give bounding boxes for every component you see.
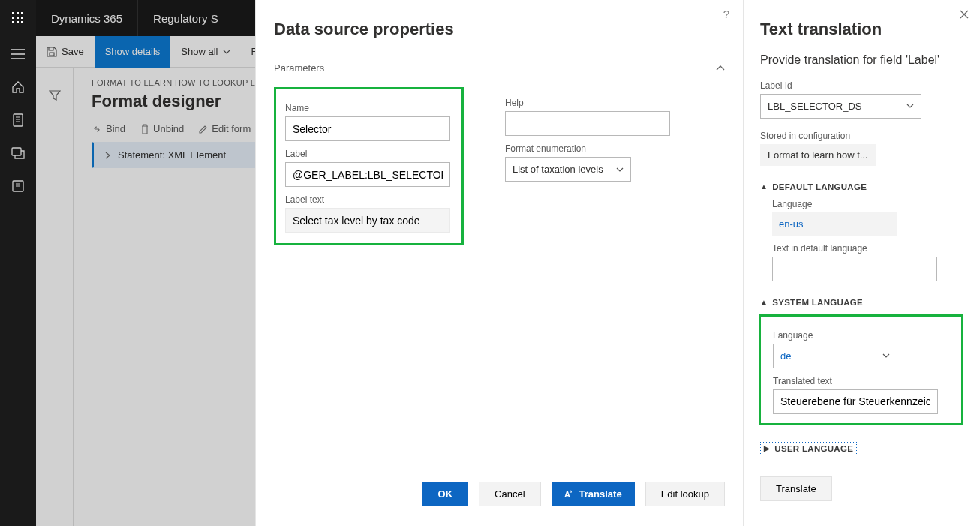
svg-rect-1 bbox=[17, 12, 19, 14]
svg-rect-3 bbox=[12, 17, 14, 19]
nav-hamburger-button[interactable] bbox=[0, 39, 36, 69]
stored-configuration[interactable]: Format to learn how t... bbox=[760, 144, 876, 166]
dialog-button-row: OK Cancel Aᵃ Translate Edit lookup bbox=[274, 482, 725, 506]
svg-rect-8 bbox=[21, 21, 23, 23]
svg-text:ᵃ: ᵃ bbox=[570, 489, 572, 496]
format-enum-label: Format enumeration bbox=[505, 143, 672, 154]
caret-down-icon: ▲ bbox=[760, 182, 768, 191]
chevron-up-icon bbox=[716, 65, 725, 71]
translation-title: Text translation bbox=[760, 20, 963, 39]
show-details-button[interactable]: Show details bbox=[95, 36, 171, 68]
caret-down-icon: ▲ bbox=[760, 298, 768, 306]
ok-button[interactable]: OK bbox=[422, 482, 469, 506]
edit-label: Edit form bbox=[212, 123, 251, 134]
svg-rect-0 bbox=[12, 12, 14, 14]
parameters-section-header[interactable]: Parameters bbox=[274, 56, 725, 74]
labelid-select[interactable]: LBL_SELECTOR_DS bbox=[760, 94, 921, 119]
link-icon bbox=[92, 125, 102, 134]
unbind-button[interactable]: Unbind bbox=[140, 123, 184, 134]
label-input[interactable] bbox=[285, 162, 450, 187]
save-button[interactable]: Save bbox=[36, 36, 95, 68]
filter-column bbox=[36, 68, 74, 526]
system-lang-value: de bbox=[780, 350, 791, 362]
labeltext-readonly bbox=[285, 208, 450, 233]
labelid-value: LBL_SELECTOR_DS bbox=[768, 101, 862, 112]
svg-rect-4 bbox=[17, 17, 19, 19]
user-language-header[interactable]: ▶ USER LANGUAGE bbox=[760, 442, 857, 455]
default-language-header[interactable]: ▲ DEFAULT LANGUAGE bbox=[760, 182, 963, 191]
nav-recent-button[interactable] bbox=[0, 105, 36, 135]
data-source-properties-dialog: ? Data source properties Parameters Name… bbox=[255, 0, 743, 526]
svg-rect-16 bbox=[12, 148, 21, 155]
svg-rect-2 bbox=[21, 12, 23, 14]
svg-rect-12 bbox=[14, 114, 23, 126]
help-input[interactable] bbox=[505, 111, 670, 136]
show-all-label: Show all bbox=[181, 46, 218, 57]
close-icon bbox=[959, 9, 969, 20]
nav-home-button[interactable] bbox=[0, 72, 36, 102]
chevron-down-icon bbox=[616, 167, 624, 172]
translate-label: Translate bbox=[579, 488, 622, 500]
help-button[interactable]: ? bbox=[723, 8, 729, 20]
bind-label: Bind bbox=[106, 123, 125, 134]
left-nav-rail bbox=[0, 36, 36, 526]
system-language-header-text: SYSTEM LANGUAGE bbox=[772, 298, 863, 307]
save-icon bbox=[47, 47, 57, 57]
svg-rect-6 bbox=[12, 21, 14, 23]
expand-caret-icon[interactable] bbox=[104, 152, 110, 159]
caret-right-icon: ▶ bbox=[764, 444, 770, 452]
text-translation-panel: Text translation Provide translation for… bbox=[743, 0, 980, 526]
nav-workspaces-button[interactable] bbox=[0, 138, 36, 168]
filter-icon bbox=[49, 90, 61, 101]
parameters-section-title: Parameters bbox=[274, 62, 324, 74]
hamburger-icon bbox=[11, 49, 25, 59]
translate-icon: Aᵃ bbox=[564, 489, 575, 500]
bind-button[interactable]: Bind bbox=[92, 123, 125, 134]
edit-formula-button[interactable]: Edit form bbox=[199, 123, 251, 134]
format-enum-select[interactable]: List of taxation levels bbox=[505, 157, 631, 182]
show-details-label: Show details bbox=[105, 46, 161, 57]
chevron-down-icon bbox=[882, 353, 890, 358]
show-all-button[interactable]: Show all bbox=[170, 36, 240, 68]
default-text-input[interactable] bbox=[772, 257, 937, 281]
default-language-header-text: DEFAULT LANGUAGE bbox=[772, 182, 867, 191]
chevron-down-icon bbox=[223, 50, 230, 54]
help-field-label: Help bbox=[505, 98, 672, 108]
translate-button[interactable]: Aᵃ Translate bbox=[552, 482, 635, 506]
highlight-box-left: Name Label Label text bbox=[274, 87, 464, 245]
tree-row-label: Statement: XML Element bbox=[118, 149, 226, 161]
svg-rect-5 bbox=[21, 17, 23, 19]
name-field-label: Name bbox=[285, 103, 452, 113]
trash-icon bbox=[140, 124, 149, 134]
svg-rect-7 bbox=[17, 21, 19, 23]
user-language-header-text: USER LANGUAGE bbox=[774, 444, 853, 453]
workspace-icon bbox=[11, 147, 25, 159]
system-lang-label: Language bbox=[773, 330, 954, 341]
home-icon bbox=[11, 80, 25, 94]
system-lang-select[interactable]: de bbox=[773, 344, 897, 368]
filter-button[interactable] bbox=[49, 90, 61, 101]
product-name: Dynamics 365 bbox=[36, 12, 137, 25]
unbind-label: Unbind bbox=[153, 123, 184, 134]
document-icon bbox=[12, 113, 24, 127]
close-button[interactable] bbox=[959, 9, 969, 20]
default-lang-label: Language bbox=[772, 199, 963, 209]
translated-text-input[interactable] bbox=[773, 389, 938, 414]
label-field-label: Label bbox=[285, 149, 452, 159]
cancel-button[interactable]: Cancel bbox=[479, 482, 540, 506]
name-input[interactable] bbox=[285, 116, 450, 141]
nav-modules-button[interactable] bbox=[0, 171, 36, 201]
system-language-header[interactable]: ▲ SYSTEM LANGUAGE bbox=[760, 298, 963, 307]
default-lang-value: en-us bbox=[772, 212, 897, 236]
format-enum-value: List of taxation levels bbox=[513, 164, 603, 175]
translated-text-label: Translated text bbox=[773, 376, 954, 386]
stored-label: Stored in configuration bbox=[760, 131, 963, 141]
edit-lookup-button[interactable]: Edit lookup bbox=[645, 482, 725, 506]
panel-translate-button[interactable]: Translate bbox=[760, 476, 832, 501]
waffle-icon bbox=[12, 12, 24, 24]
app-launcher-button[interactable] bbox=[0, 0, 36, 36]
edit-icon bbox=[199, 125, 208, 134]
app-name: Regulatory S bbox=[138, 12, 233, 25]
translation-subtitle: Provide translation for field 'Label' bbox=[760, 53, 963, 68]
modules-icon bbox=[12, 180, 24, 192]
